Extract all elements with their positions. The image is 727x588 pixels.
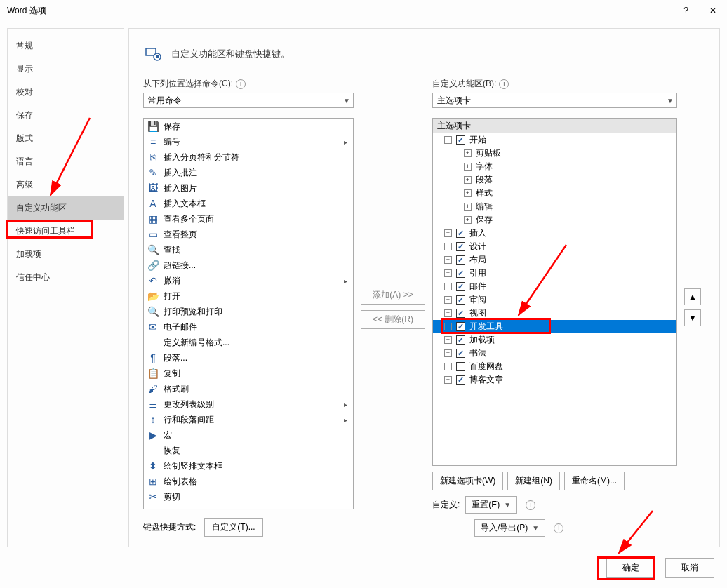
tree-item[interactable]: +审阅: [433, 293, 676, 307]
tree-item[interactable]: +视图: [433, 307, 676, 320]
command-list-item[interactable]: A插入文本框: [144, 196, 353, 211]
command-list-item[interactable]: ↶撤消▸: [144, 273, 353, 288]
command-list-item[interactable]: ▦查看多个页面: [144, 211, 353, 227]
close-button[interactable]: ✕: [706, 6, 720, 15]
tree-item[interactable]: +书法: [433, 347, 676, 360]
command-list-item[interactable]: 恢复: [144, 443, 353, 458]
sidebar-item[interactable]: 高级: [8, 173, 124, 196]
expand-toggle[interactable]: +: [464, 216, 472, 224]
expand-toggle[interactable]: +: [444, 349, 452, 357]
tree-checkbox[interactable]: [456, 135, 465, 145]
tree-item[interactable]: +样式: [433, 187, 676, 200]
command-list-item[interactable]: 📋复制: [144, 366, 353, 381]
sidebar-item[interactable]: 信任中心: [8, 266, 124, 289]
tree-checkbox[interactable]: [456, 295, 465, 305]
tree-checkbox[interactable]: [456, 322, 465, 331]
tree-checkbox[interactable]: [456, 375, 465, 385]
command-list-item[interactable]: ¶段落...: [144, 350, 353, 366]
command-list-item[interactable]: 🔗超链接...: [144, 258, 353, 273]
commands-source-dropdown[interactable]: 常用命令 ▼: [143, 93, 354, 108]
tree-item[interactable]: +邮件: [433, 280, 676, 293]
move-up-button[interactable]: ▲: [684, 288, 701, 305]
ribbon-tree[interactable]: 主选项卡-开始+剪贴板+字体+段落+样式+编辑+保存+插入+设计+布局+引用+邮…: [432, 118, 677, 466]
tree-checkbox[interactable]: [456, 349, 465, 358]
command-list-item[interactable]: ✎插入批注: [144, 165, 353, 180]
sidebar-item[interactable]: 版式: [8, 127, 124, 150]
tree-item[interactable]: +加载项: [433, 333, 676, 347]
command-list-item[interactable]: ≡编号▸: [144, 134, 353, 149]
tree-item[interactable]: +段落: [433, 173, 676, 187]
sidebar-item[interactable]: 加载项: [8, 243, 124, 266]
tree-item[interactable]: +设计: [433, 240, 676, 253]
command-list-item[interactable]: 定义新编号格式...: [144, 335, 353, 350]
sidebar-item[interactable]: 常规: [8, 34, 124, 58]
expand-toggle[interactable]: +: [444, 243, 452, 250]
command-list-item[interactable]: ▶宏: [144, 427, 353, 443]
tree-checkbox[interactable]: [456, 362, 465, 371]
expand-toggle[interactable]: +: [464, 149, 472, 157]
command-list-item[interactable]: 🖼插入图片: [144, 180, 353, 196]
customize-keyboard-button[interactable]: 自定义(T)...: [204, 518, 262, 537]
ok-button[interactable]: 确定: [606, 558, 655, 578]
tree-checkbox[interactable]: [456, 309, 465, 318]
sidebar-item[interactable]: 快速访问工具栏: [8, 220, 124, 243]
reset-button[interactable]: 重置(E)▼: [465, 496, 517, 514]
expand-toggle[interactable]: +: [444, 256, 452, 264]
tree-checkbox[interactable]: [456, 229, 465, 238]
command-list-item[interactable]: ✉电子邮件: [144, 319, 353, 335]
command-list-item[interactable]: ✂剪切: [144, 489, 353, 505]
tree-item[interactable]: +百度网盘: [433, 360, 676, 373]
import-export-button[interactable]: 导入/导出(P)▼: [474, 519, 545, 537]
tree-item[interactable]: +编辑: [433, 200, 676, 213]
commands-listbox[interactable]: 💾保存≡编号▸⎘插入分页符和分节符✎插入批注🖼插入图片A插入文本框▦查看多个页面…: [143, 118, 354, 509]
cancel-button[interactable]: 取消: [665, 558, 714, 578]
ribbon-tabs-dropdown[interactable]: 主选项卡 ▼: [432, 93, 677, 108]
expand-toggle[interactable]: +: [464, 176, 472, 184]
command-list-item[interactable]: 🔍查找: [144, 242, 353, 258]
sidebar-item[interactable]: 校对: [8, 81, 124, 104]
tree-item[interactable]: +博客文章: [433, 373, 676, 387]
sidebar-item[interactable]: 显示: [8, 58, 124, 81]
tree-checkbox[interactable]: [456, 282, 465, 291]
command-list-item[interactable]: 🔍打印预览和打印: [144, 304, 353, 319]
expand-toggle[interactable]: +: [444, 269, 452, 277]
rename-button[interactable]: 重命名(M)...: [564, 472, 625, 490]
expand-toggle[interactable]: +: [444, 229, 452, 237]
command-list-item[interactable]: ⎘插入分页符和分节符: [144, 149, 353, 165]
new-group-button[interactable]: 新建组(N): [507, 472, 560, 490]
tree-item[interactable]: +布局: [433, 253, 676, 267]
help-button[interactable]: ?: [680, 6, 692, 15]
expand-toggle[interactable]: +: [444, 336, 452, 344]
tree-item[interactable]: +插入: [433, 227, 676, 240]
move-down-button[interactable]: ▼: [684, 309, 701, 326]
command-list-item[interactable]: ⊞绘制表格: [144, 474, 353, 489]
expand-toggle[interactable]: +: [464, 189, 472, 197]
command-list-item[interactable]: ▭查看整页: [144, 227, 353, 242]
tree-checkbox[interactable]: [456, 335, 465, 345]
command-list-item[interactable]: ⬍绘制竖排文本框: [144, 458, 353, 474]
command-list-item[interactable]: ≣更改列表级别▸: [144, 396, 353, 412]
expand-toggle[interactable]: +: [444, 363, 452, 370]
tree-item[interactable]: +引用: [433, 267, 676, 280]
new-tab-button[interactable]: 新建选项卡(W): [432, 472, 503, 490]
expand-toggle[interactable]: +: [444, 283, 452, 290]
sidebar-item[interactable]: 语言: [8, 150, 124, 173]
tree-item[interactable]: -开始: [433, 133, 676, 147]
expand-toggle[interactable]: +: [444, 309, 452, 317]
command-list-item[interactable]: 💾保存: [144, 119, 353, 134]
sidebar-item[interactable]: 保存: [8, 104, 124, 127]
remove-button[interactable]: << 删除(R): [361, 310, 425, 329]
tree-item[interactable]: +剪贴板: [433, 147, 676, 160]
tree-item[interactable]: +保存: [433, 213, 676, 227]
expand-toggle[interactable]: +: [444, 376, 452, 384]
expand-toggle[interactable]: +: [464, 203, 472, 211]
tree-item[interactable]: +字体: [433, 160, 676, 173]
expand-toggle[interactable]: +: [444, 323, 452, 330]
add-button[interactable]: 添加(A) >>: [361, 286, 425, 305]
tree-checkbox[interactable]: [456, 269, 465, 278]
command-list-item[interactable]: 🖌格式刷: [144, 381, 353, 396]
expand-toggle[interactable]: +: [464, 163, 472, 171]
expand-toggle[interactable]: +: [444, 296, 452, 304]
tree-item[interactable]: +开发工具: [433, 320, 676, 333]
command-list-item[interactable]: ↕行和段落间距▸: [144, 412, 353, 427]
